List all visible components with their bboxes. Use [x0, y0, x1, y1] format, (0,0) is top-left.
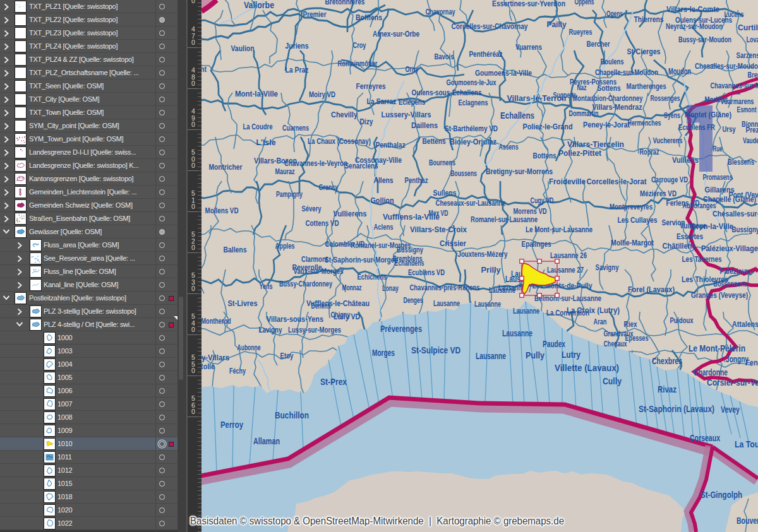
- svg-text:Boulens: Boulens: [601, 57, 624, 66]
- svg-text:Essertines-sur-Yverdon: Essertines-sur-Yverdon: [492, 0, 565, 8]
- svg-text:St-Saphorin (Lavaux): St-Saphorin (Lavaux): [639, 404, 714, 414]
- svg-text:Forel (Lavaux): Forel (Lavaux): [628, 285, 675, 294]
- svg-text:Oron-la-Ville: Oron-la-Ville: [690, 222, 733, 231]
- svg-text:Rue: Rue: [713, 144, 723, 153]
- svg-text:La Croix (Lutry): La Croix (Lutry): [567, 305, 620, 315]
- svg-text:Lully VD: Lully VD: [334, 312, 360, 321]
- svg-text:Crissier: Crissier: [440, 239, 466, 248]
- svg-text:Attalens: Attalens: [732, 319, 758, 329]
- svg-text:Chavornay: Chavornay: [426, 7, 456, 16]
- svg-text:Riex: Riex: [624, 319, 638, 329]
- svg-text:Morges: Morges: [372, 348, 395, 358]
- svg-text:Vullierens: Vullierens: [334, 209, 367, 218]
- svg-text:Villars-le-Terroir: Villars-le-Terroir: [507, 93, 567, 103]
- svg-text:Poliez-Pittet: Poliez-Pittet: [558, 148, 602, 158]
- svg-text:Chevilly: Chevilly: [331, 110, 358, 119]
- svg-text:Bouvere: Bouvere: [737, 516, 758, 526]
- svg-text:Lausanne 26: Lausanne 26: [550, 251, 587, 260]
- svg-text:Aubonne: Aubonne: [238, 343, 261, 352]
- svg-text:Pailly: Pailly: [547, 20, 567, 29]
- svg-text:Châtillens: Châtillens: [663, 241, 696, 251]
- svg-text:Corseaux: Corseaux: [690, 433, 720, 443]
- svg-text:Bioley-Orjulaz: Bioley-Orjulaz: [450, 137, 496, 146]
- svg-text:Dizy: Dizy: [360, 117, 374, 126]
- svg-text:Chardonne: Chardonne: [694, 367, 728, 377]
- svg-text:Le Mont-sur-Lausanne: Le Mont-sur-Lausanne: [526, 225, 593, 234]
- svg-text:Eclépens: Eclépens: [399, 97, 425, 107]
- svg-text:Mézières VD: Mézières VD: [640, 189, 677, 198]
- svg-text:La Chaux (Cossonay): La Chaux (Cossonay): [308, 136, 371, 146]
- svg-text:Puidoux: Puidoux: [670, 316, 694, 325]
- svg-text:Bossonnens: Bossonnens: [714, 279, 747, 288]
- svg-text:Monnaz: Monnaz: [342, 283, 362, 292]
- svg-text:Vulliens: Vulliens: [672, 155, 699, 165]
- svg-text:Ecublens FR: Ecublens FR: [678, 122, 715, 132]
- svg-text:Chapelle-sur-Moudon: Chapelle-sur-Moudon: [595, 68, 658, 77]
- svg-text:Aclens: Aclens: [374, 222, 394, 232]
- svg-text:La Tour-: La Tour-: [735, 439, 758, 449]
- svg-text:St-Prex: St-Prex: [320, 377, 347, 387]
- svg-text:Villars-sous-Yens: Villars-sous-Yens: [267, 314, 323, 324]
- svg-text:Chexbres: Chexbres: [652, 356, 682, 366]
- svg-text:Naz: Naz: [577, 83, 587, 92]
- svg-text:Cully: Cully: [603, 376, 622, 386]
- svg-text:Montricher: Montricher: [209, 162, 243, 172]
- svg-text:Bournens: Bournens: [429, 158, 455, 167]
- svg-text:Auboranges: Auboranges: [683, 201, 716, 210]
- svg-text:Oulens-sous-Echallens: Oulens-sous-Echallens: [412, 88, 482, 97]
- svg-text:Lausanne: Lausanne: [502, 328, 532, 338]
- svg-text:Gollion: Gollion: [371, 196, 394, 205]
- svg-text:Rivaz: Rivaz: [658, 384, 677, 394]
- svg-text:L'Isle: L'Isle: [256, 138, 276, 147]
- svg-text:Villars-Mendraz: Villars-Mendraz: [593, 102, 642, 112]
- svg-text:Villars-le-Comte: Villars-le-Comte: [666, 4, 719, 14]
- svg-text:Cheseaux-sur-Lausanne: Cheseaux-sur-Lausanne: [436, 198, 506, 208]
- svg-text:Mex VD: Mex VD: [429, 208, 448, 218]
- svg-text:Bercher: Bercher: [587, 39, 610, 49]
- svg-text:Aran: Aran: [594, 317, 607, 326]
- svg-text:St-Livres: St-Livres: [228, 299, 258, 308]
- svg-text:Senarclens: Senarclens: [345, 161, 378, 170]
- svg-text:Montet (Glâne): Montet (Glâne): [685, 110, 731, 119]
- svg-text:Féchy: Féchy: [229, 366, 246, 375]
- svg-text:Assens: Assens: [499, 142, 519, 151]
- svg-text:Bussy-Chardonney: Bussy-Chardonney: [279, 279, 333, 288]
- svg-text:Prilly: Prilly: [481, 265, 502, 275]
- svg-text:Chesalles-sur-: Chesalles-sur-: [713, 209, 758, 218]
- svg-text:Etoy: Etoy: [280, 351, 294, 360]
- svg-text:Les Cullayes: Les Cullayes: [618, 215, 658, 225]
- svg-text:Esmont: Esmont: [737, 105, 757, 114]
- svg-text:La Praz: La Praz: [286, 65, 309, 74]
- svg-text:Ferreyres: Ferreyres: [356, 81, 386, 91]
- svg-text:Villette (Lavaux): Villette (Lavaux): [555, 363, 619, 373]
- svg-text:Grancy: Grancy: [319, 182, 339, 192]
- svg-text:Bavois: Bavois: [435, 52, 454, 61]
- svg-text:Goumoens-la-Ville: Goumoens-la-Ville: [475, 68, 532, 78]
- svg-text:Ballens: Ballens: [224, 245, 247, 254]
- svg-text:Croy: Croy: [353, 40, 367, 50]
- svg-text:Ogens: Ogens: [606, 9, 623, 18]
- svg-text:Lausanne: Lausanne: [476, 351, 506, 361]
- svg-text:Montpreveyres: Montpreveyres: [610, 202, 653, 211]
- svg-text:Bofflens: Bofflens: [356, 13, 382, 22]
- svg-text:St-Cierges: St-Cierges: [627, 47, 661, 56]
- svg-text:Vallorbe: Vallorbe: [244, 0, 274, 10]
- svg-text:Palézieux-Village: Palézieux-Village: [701, 244, 758, 253]
- svg-text:Neyruz-sur-Moudon: Neyruz-sur-Moudon: [666, 21, 723, 31]
- svg-text:Penthalaz: Penthalaz: [376, 140, 406, 150]
- svg-text:Villars-Ste-Croix: Villars-Ste-Croix: [410, 225, 467, 234]
- svg-text:Bettens: Bettens: [423, 136, 446, 146]
- svg-text:Vuarrens: Vuarrens: [515, 42, 542, 52]
- svg-text:Syens: Syens: [664, 110, 680, 120]
- svg-text:Mollens VD: Mollens VD: [205, 206, 239, 215]
- svg-text:Echichens: Echichens: [358, 272, 387, 281]
- svg-text:Apples: Apples: [275, 241, 295, 251]
- svg-text:Sullens: Sullens: [433, 188, 457, 198]
- svg-text:Blessens: Blessens: [728, 157, 754, 167]
- svg-text:Thierrens: Thierrens: [634, 15, 664, 24]
- svg-text:Lavigny: Lavigny: [259, 325, 283, 334]
- svg-text:Préverenges: Préverenges: [380, 324, 422, 334]
- svg-text:Moiry VD: Moiry VD: [309, 90, 335, 99]
- svg-text:Arnex-sur-Orbe: Arnex-sur-Orbe: [373, 29, 419, 38]
- svg-text:Chenaux: Chenaux: [604, 339, 628, 348]
